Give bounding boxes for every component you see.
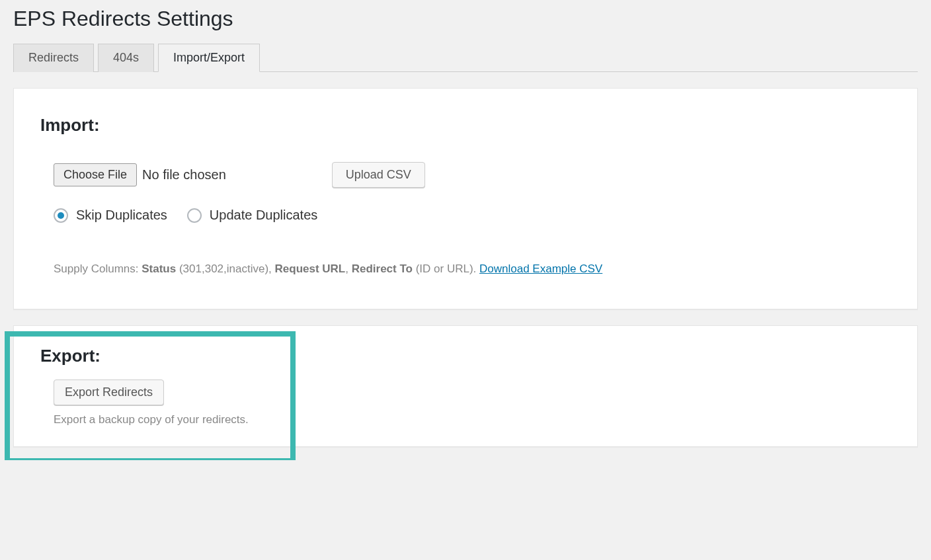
import-heading: Import: [40,115,891,136]
tab-404s[interactable]: 404s [98,44,154,72]
export-panel: Export: Export Redirects Export a backup… [13,325,918,447]
hint-redirect-values: (ID or URL). [413,262,479,275]
skip-duplicates-radio[interactable]: Skip Duplicates [54,208,167,223]
upload-csv-button[interactable]: Upload CSV [332,162,425,188]
hint-status-values: (301,302,inactive), [176,262,274,275]
page-title: EPS Redirects Settings [13,7,918,31]
no-file-text: No file chosen [142,167,226,182]
export-heading: Export: [40,346,891,366]
import-panel: Import: Choose File No file chosen Uploa… [13,88,918,309]
hint-sep: , [345,262,351,275]
tabs-container: Redirects 404s Import/Export [13,43,918,72]
skip-duplicates-label: Skip Duplicates [76,208,167,223]
radio-circle-icon [54,208,68,223]
hint-request-label: Request URL [275,262,346,275]
radio-row: Skip Duplicates Update Duplicates [54,208,891,223]
export-description: Export a backup copy of your redirects. [54,413,891,426]
file-row: Choose File No file chosen Upload CSV [54,162,891,188]
tab-redirects[interactable]: Redirects [13,44,94,72]
tab-import-export[interactable]: Import/Export [158,44,260,72]
hint-prefix: Supply Columns: [54,262,142,275]
update-duplicates-label: Update Duplicates [210,208,317,223]
hint-text: Supply Columns: Status (301,302,inactive… [54,262,891,276]
hint-redirect-label: Redirect To [352,262,413,275]
update-duplicates-radio[interactable]: Update Duplicates [187,208,317,223]
export-redirects-button[interactable]: Export Redirects [54,380,164,405]
hint-status-label: Status [142,262,176,275]
download-example-link[interactable]: Download Example CSV [479,262,602,275]
radio-circle-icon [187,208,202,223]
choose-file-button[interactable]: Choose File [54,163,137,186]
